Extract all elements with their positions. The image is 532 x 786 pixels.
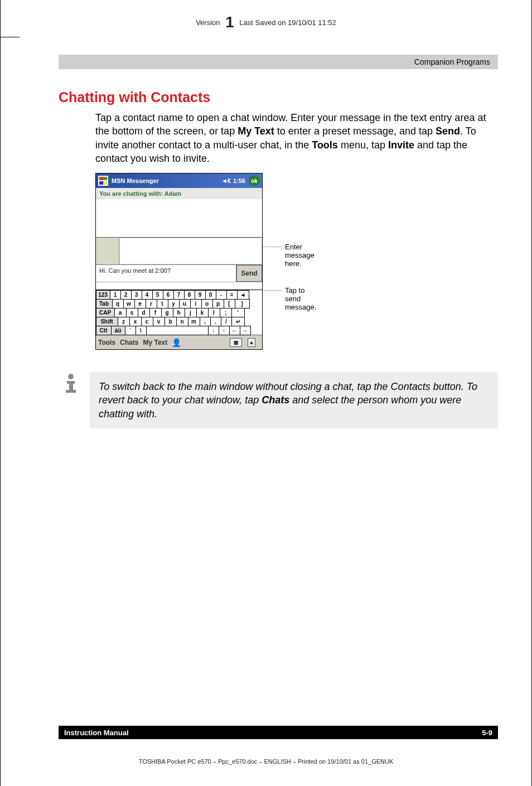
keyboard-key[interactable]: d xyxy=(138,308,150,317)
keyboard-key[interactable]: → xyxy=(240,326,251,335)
keyboard-key[interactable]: r xyxy=(146,299,157,308)
keyboard-key[interactable]: Tab xyxy=(96,299,113,308)
keyboard-key[interactable]: z xyxy=(118,317,130,326)
typed-message[interactable]: Hi. Can you meet at 2:00? xyxy=(96,265,236,282)
keyboard-key[interactable]: ← xyxy=(229,326,240,335)
svg-point-0 xyxy=(68,374,74,379)
chats-menu[interactable]: Chats xyxy=(120,339,138,346)
keyboard-key[interactable]: 9 xyxy=(195,290,206,300)
keyboard-key[interactable]: q xyxy=(112,299,124,308)
keyboard-key[interactable]: . xyxy=(210,317,221,326)
tip-row: To switch back to the main window withou… xyxy=(59,372,498,428)
send-button[interactable]: Send xyxy=(236,265,262,282)
keyboard-key[interactable]: / xyxy=(221,317,232,326)
header-version-line: Version 1 Last Saved on 19/10/01 11:52 xyxy=(34,0,498,31)
section-title: Chatting with Contacts xyxy=(59,89,498,105)
keyboard-key[interactable]: c xyxy=(141,317,153,326)
callout-enter-message: Enter message here. xyxy=(285,243,315,268)
keyboard-key[interactable]: 5 xyxy=(152,290,163,300)
buddy-icon[interactable]: 👤 xyxy=(172,338,181,347)
info-icon xyxy=(59,372,90,399)
keyboard-key[interactable]: x xyxy=(129,317,142,326)
keyboard-key[interactable]: 4 xyxy=(142,290,153,300)
keyboard-key[interactable]: = xyxy=(226,290,238,300)
keyboard-key[interactable]: t xyxy=(157,299,168,308)
keyboard-key[interactable]: 0 xyxy=(205,290,216,300)
keyboard-key[interactable]: m xyxy=(188,317,200,326)
keyboard-key[interactable]: g xyxy=(161,308,173,317)
speaker-icon[interactable]: ◄€ xyxy=(221,177,231,184)
tools-menu[interactable]: Tools xyxy=(98,339,115,346)
tools-bold: Tools xyxy=(312,139,338,151)
keyboard-key[interactable]: ↵ xyxy=(231,317,245,326)
keyboard-key[interactable]: CAP xyxy=(96,308,115,317)
keyboard-key[interactable]: o xyxy=(201,299,213,308)
keyboard-key[interactable]: 7 xyxy=(173,290,185,300)
keyboard-key[interactable]: ` xyxy=(125,326,136,335)
keyboard-key[interactable]: k xyxy=(196,308,209,317)
keyboard-key[interactable]: ' xyxy=(231,308,245,317)
callout-tap-send: Tap to send message. xyxy=(285,286,316,311)
keyboard-key[interactable]: [ xyxy=(224,299,235,308)
titlebar: MSN Messenger ◄€ 1:56 ok xyxy=(96,173,262,188)
svg-rect-3 xyxy=(66,390,76,393)
keyboard-key[interactable]: b xyxy=(165,317,177,326)
up-arrow-icon[interactable]: ▲ xyxy=(248,338,255,347)
keyboard-key[interactable]: f xyxy=(149,308,162,317)
keyboard-key[interactable]: \ xyxy=(136,326,147,335)
soft-keyboard[interactable]: 1231234567890-=◄ Tabqwertyuiop[] CAPasdf… xyxy=(96,290,262,335)
keyboard-key[interactable]: v xyxy=(153,317,165,326)
keyboard-key[interactable]: l xyxy=(208,308,220,317)
callout-line-icon xyxy=(263,247,282,247)
intro-paragraph: Tap a contact name to open a chat window… xyxy=(95,111,498,165)
keyboard-key[interactable] xyxy=(146,326,209,335)
keyboard-key[interactable]: s xyxy=(126,308,138,317)
send-bold: Send xyxy=(436,126,460,137)
last-saved-label: Last Saved on 19/10/01 11:52 xyxy=(239,18,336,27)
keyboard-key[interactable]: , xyxy=(200,317,211,326)
msn-messenger-screenshot: MSN Messenger ◄€ 1:56 ok You are chattin… xyxy=(95,173,263,350)
keyboard-key[interactable]: 8 xyxy=(184,290,195,300)
entry-right-pane[interactable] xyxy=(119,238,262,264)
keyboard-key[interactable]: ] xyxy=(235,299,250,308)
keyboard-key[interactable]: n xyxy=(176,317,188,326)
text: menu, tap xyxy=(338,139,388,151)
version-label: Version xyxy=(196,18,220,27)
keyboard-key[interactable]: Shift xyxy=(96,317,118,326)
keyboard-key[interactable]: y xyxy=(168,299,180,308)
entry-left-pane xyxy=(96,238,119,264)
keyboard-key[interactable]: a xyxy=(114,308,127,317)
keyboard-key[interactable]: h xyxy=(173,308,185,317)
keyboard-key[interactable]: ; xyxy=(220,308,232,317)
keyboard-key[interactable]: ↑ xyxy=(219,326,230,335)
keyboard-key[interactable]: 1 xyxy=(110,290,121,300)
version-number: 1 xyxy=(225,13,234,31)
clock-time[interactable]: 1:56 xyxy=(233,177,245,184)
keyboard-key[interactable]: ◄ xyxy=(237,290,249,300)
manual-page: Version 1 Last Saved on 19/10/01 11:52 C… xyxy=(0,0,532,786)
keyboard-key[interactable]: e xyxy=(134,299,146,308)
mytext-menu[interactable]: My Text xyxy=(143,339,167,346)
message-entry-area[interactable] xyxy=(96,237,262,264)
windows-flag-icon[interactable] xyxy=(98,176,108,186)
keyboard-key[interactable]: Ctl xyxy=(96,326,112,335)
keyboard-key[interactable]: 3 xyxy=(131,290,142,300)
keyboard-key[interactable]: 6 xyxy=(163,290,174,300)
chat-with-label: You are chatting with: Adam xyxy=(96,188,262,199)
footer-title: Instruction Manual xyxy=(64,729,129,737)
keyboard-key[interactable]: 123 xyxy=(96,290,110,300)
keyboard-key[interactable]: áü xyxy=(111,326,125,335)
keyboard-key[interactable]: u xyxy=(179,299,191,308)
keyboard-key[interactable]: i xyxy=(190,299,202,308)
keyboard-key[interactable]: ↓ xyxy=(208,326,219,335)
ok-button[interactable]: ok xyxy=(249,175,260,186)
keyboard-toggle-icon[interactable]: ▦ xyxy=(230,338,242,347)
keyboard-key[interactable]: - xyxy=(216,290,227,300)
keyboard-key[interactable]: 2 xyxy=(120,290,132,300)
keyboard-key[interactable]: j xyxy=(185,308,197,317)
page-number: 5-9 xyxy=(482,729,492,737)
tip-text: To switch back to the main window withou… xyxy=(90,372,498,428)
footer-print-line: TOSHIBA Pocket PC e570 – Ppc_e570.doc – … xyxy=(1,758,531,765)
keyboard-key[interactable]: w xyxy=(123,299,135,308)
keyboard-key[interactable]: p xyxy=(212,299,224,308)
